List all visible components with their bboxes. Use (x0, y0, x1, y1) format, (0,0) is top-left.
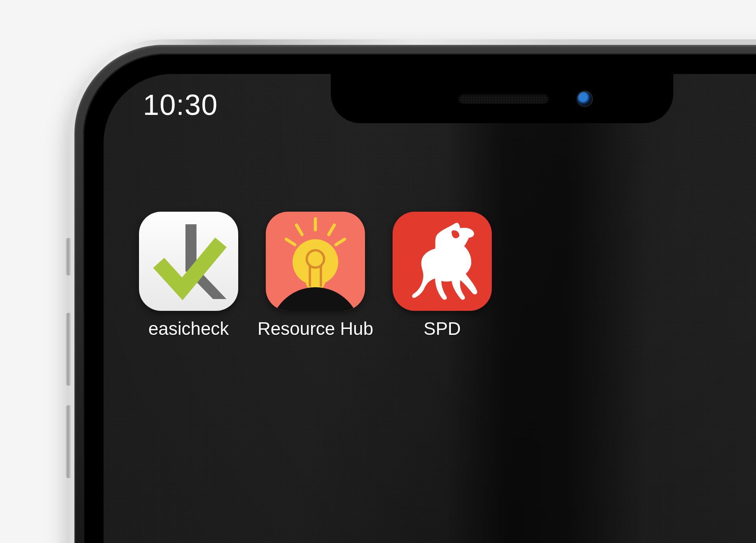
svg-line-6 (336, 239, 345, 245)
app-easicheck[interactable]: easicheck (139, 212, 238, 339)
app-spd[interactable]: SPD (393, 212, 492, 339)
app-label-easicheck: easicheck (148, 318, 229, 339)
front-camera (576, 90, 593, 107)
home-screen-app-row: easicheck (139, 212, 756, 339)
mute-switch[interactable] (66, 238, 71, 275)
svg-line-5 (286, 239, 295, 245)
app-icon-resource-hub (266, 212, 365, 311)
lightbulb-icon (266, 212, 365, 311)
earpiece-speaker (458, 94, 549, 104)
mockup-stage: 10:30 (0, 0, 756, 543)
svg-line-4 (329, 225, 334, 235)
svg-rect-12 (309, 294, 322, 297)
checkmark-k-icon (139, 212, 238, 311)
phone-screen: 10:30 (104, 74, 756, 543)
app-resource-hub[interactable]: Resource Hub (266, 212, 365, 339)
svg-rect-11 (308, 289, 322, 293)
phone-glass: 10:30 (83, 54, 756, 543)
volume-up-button[interactable] (66, 313, 71, 386)
volume-down-button[interactable] (66, 405, 71, 478)
status-bar-time: 10:30 (143, 88, 218, 122)
app-label-resource-hub: Resource Hub (258, 318, 373, 339)
svg-line-3 (296, 225, 302, 235)
app-icon-spd (393, 212, 492, 311)
phone-bezel: 10:30 (74, 45, 756, 543)
display-notch (331, 74, 673, 123)
app-icon-easicheck (139, 212, 238, 311)
phone-chassis: 10:30 (69, 39, 756, 543)
app-label-spd: SPD (424, 318, 461, 339)
horse-icon (393, 212, 492, 311)
